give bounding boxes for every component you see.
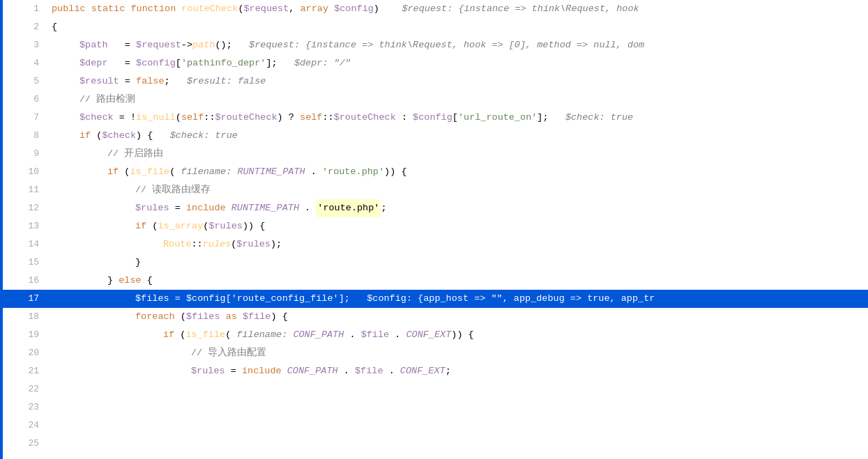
code-line-12: $rules = include RUNTIME_PATH . 'route.p…: [45, 199, 868, 217]
line-numbers: 1 2 3 4 5 6 7 8 9 10 11 12 13 14 15 16 1…: [3, 0, 45, 459]
code-line-20: // 导入路由配置: [45, 344, 868, 362]
line-num-13: 13: [3, 217, 45, 235]
code-content[interactable]: public static function routeCheck($reque…: [45, 0, 868, 459]
line-num-23: 23: [3, 398, 45, 417]
line-num-5: 5: [3, 72, 45, 91]
code-line-10: if (is_file( filename: RUNTIME_PATH . 'r…: [45, 163, 868, 181]
line-num-7: 7: [3, 109, 45, 127]
line-num-12: 12: [3, 199, 45, 217]
code-line-25: [45, 435, 868, 453]
line-num-22: 22: [3, 380, 45, 398]
code-line-2: {: [45, 18, 868, 36]
line-num-17: 17: [3, 290, 45, 308]
code-editor: 1 2 3 4 5 6 7 8 9 10 11 12 13 14 15 16 1…: [0, 0, 868, 459]
line-num-11: 11: [3, 181, 45, 199]
code-line-22: [45, 380, 868, 398]
code-line-8: if ($check) { $check: true: [45, 127, 868, 145]
fn-routecheck: routeCheck: [181, 0, 238, 18]
code-line-15: }: [45, 254, 868, 272]
kw-public: public: [52, 0, 86, 18]
code-line-3: $path = $request->path(); $request: {ins…: [45, 36, 868, 54]
code-line-19: if (is_file( filename: CONF_PATH . $file…: [45, 326, 868, 344]
line-num-19: 19: [3, 326, 45, 344]
line-num-25: 25: [3, 435, 45, 453]
line-num-9: 9: [3, 145, 45, 163]
code-line-24: [45, 417, 868, 435]
code-line-23: [45, 398, 868, 417]
code-line-21: $rules = include CONF_PATH . $file . CON…: [45, 362, 868, 380]
line-num-21: 21: [3, 362, 45, 380]
code-line-14: Route::rules($rules);: [45, 235, 868, 254]
code-line-6: // 路由检测: [45, 91, 868, 109]
kw-static: static: [91, 0, 125, 18]
code-line-11: // 读取路由缓存: [45, 181, 868, 199]
kw-function: function: [130, 0, 176, 18]
line-num-16: 16: [3, 272, 45, 290]
line-num-10: 10: [3, 163, 45, 181]
code-line-5: $result = false; $result: false: [45, 72, 868, 91]
line-num-24: 24: [3, 417, 45, 435]
line-num-20: 20: [3, 344, 45, 362]
code-line-1: public static function routeCheck($reque…: [45, 0, 868, 18]
kw-array: array: [300, 0, 329, 18]
line-num-4: 4: [3, 54, 45, 72]
line-num-2: 2: [3, 18, 45, 36]
hint-request-sig: $request: {instance => think\Request, ho…: [402, 0, 639, 18]
line-num-3: 3: [3, 36, 45, 54]
line-num-6: 6: [3, 91, 45, 109]
line-num-1: 1: [3, 0, 45, 18]
line-num-15: 15: [3, 254, 45, 272]
code-line-17: $files = $config['route_config_file']; $…: [45, 290, 868, 308]
code-line-7: $check = !is_null(self::$routeCheck) ? s…: [45, 109, 868, 127]
code-line-16: } else {: [45, 272, 868, 290]
code-line-13: if (is_array($rules)) {: [45, 217, 868, 235]
code-line-9: // 开启路由: [45, 145, 868, 163]
line-num-14: 14: [3, 235, 45, 254]
code-line-4: $depr = $config['pathinfo_depr']; $depr:…: [45, 54, 868, 72]
code-line-18: foreach ($files as $file) {: [45, 308, 868, 326]
line-num-8: 8: [3, 127, 45, 145]
line-num-18: 18: [3, 308, 45, 326]
